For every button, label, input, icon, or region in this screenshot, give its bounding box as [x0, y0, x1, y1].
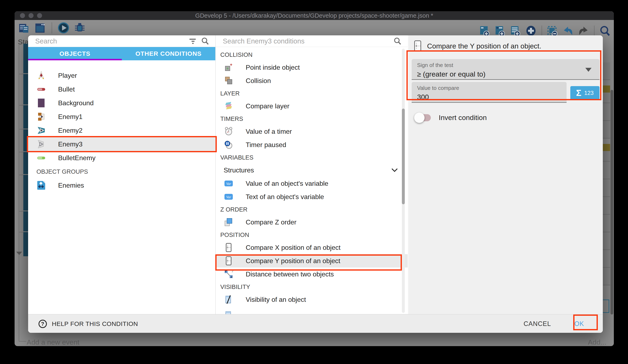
conditions-search-input[interactable]	[223, 37, 389, 45]
condition-compare-z-order[interactable]: Compare Z order	[216, 216, 408, 229]
object-label: Enemy3	[58, 140, 82, 148]
filter-icon[interactable]	[189, 37, 197, 45]
add-new-event-link[interactable]: Add a new event	[27, 338, 79, 346]
group-row-enemies[interactable]: Enemies	[28, 179, 215, 192]
value-to-compare-label: Value to compare	[417, 85, 561, 91]
cancel-button[interactable]: CANCEL	[524, 320, 551, 328]
condition-label: Visibility of an object	[246, 296, 306, 303]
titlebar: GDevelop 5 - /Users/dkarakay/Documents/G…	[14, 11, 614, 20]
condition-label: Compare X position of an object	[246, 244, 340, 251]
condition-point-inside-object[interactable]: Point inside object	[216, 61, 408, 74]
object-label: Enemy1	[58, 113, 82, 121]
expression-editor-button[interactable]: Σ 123	[570, 86, 600, 100]
tab-objects[interactable]: OBJECTS	[28, 47, 122, 60]
events-tree-tick	[19, 232, 23, 232]
condition-value-of-object-variable[interactable]: Var Value of an object's variable	[216, 177, 408, 190]
svg-text:Var: Var	[226, 182, 231, 186]
condition-compare-layer[interactable]: Compare layer	[216, 99, 408, 113]
player-ship-icon	[36, 71, 46, 80]
category-z-order: Z ORDER	[216, 203, 408, 216]
group-label: Enemies	[58, 182, 84, 189]
category-visibility: VISIBILITY	[216, 281, 408, 293]
minimize-window-button[interactable]	[28, 13, 34, 18]
category-variables: VARIABLES	[216, 151, 408, 164]
objects-search-row	[28, 35, 215, 47]
object-label: Enemy2	[58, 127, 82, 134]
condition-distance-between-objects[interactable]: ? Distance between two objects	[216, 267, 408, 281]
toggle-knob	[414, 113, 425, 123]
chevron-down-icon	[391, 168, 398, 173]
condition-detail-panel: Compare the Y position of an object. Sig…	[408, 35, 603, 314]
category-layer: LAYER	[216, 87, 408, 99]
condition-timer-paused[interactable]: Timer paused	[216, 138, 408, 151]
numbers-icon: 123	[584, 90, 594, 96]
condition-label: Point inside object	[246, 64, 300, 71]
invert-condition-label: Invert condition	[439, 114, 487, 122]
z-order-icon	[224, 218, 233, 227]
help-for-condition-button[interactable]: ? HELP FOR THIS CONDITION	[39, 314, 138, 333]
category-collision: COLLISION	[216, 49, 408, 61]
object-row-enemy1[interactable]: Enemy1	[28, 110, 215, 123]
object-row-enemy2[interactable]: Enemy2	[28, 123, 215, 137]
structures-accordion[interactable]: Structures	[216, 164, 408, 177]
events-tree-tick	[19, 129, 23, 129]
position-grid-icon	[224, 243, 233, 252]
events-tree-corner	[19, 341, 26, 342]
bullet-enemy-icon	[36, 153, 46, 163]
condition-row-clipped[interactable]	[216, 306, 408, 314]
dialog-panels: OBJECTS OTHER CONDITIONS Player	[28, 35, 603, 314]
events-scrollbar[interactable]	[611, 90, 613, 314]
value-to-compare-input[interactable]: Value to compare 300	[412, 82, 567, 103]
scene-editor-icon[interactable]	[34, 22, 46, 34]
object-row-bullet[interactable]: Bullet	[28, 82, 215, 96]
add-action-link[interactable]: Add...	[588, 338, 606, 346]
search-icon	[393, 37, 401, 45]
objects-search-input[interactable]	[35, 37, 184, 45]
object-label: Background	[58, 99, 94, 107]
sign-of-test-value: ≥ (greater or equal to)	[417, 70, 594, 78]
enemy3-ship-icon	[36, 139, 46, 149]
sign-of-test-select[interactable]: Sign of the test ≥ (greater or equal to)	[412, 59, 600, 80]
detail-fields: Sign of the test ≥ (greater or equal to)…	[412, 59, 600, 122]
timer-paused-icon	[224, 140, 233, 149]
maximize-window-button[interactable]	[37, 13, 42, 18]
svg-text:Var: Var	[226, 195, 231, 199]
object-label: BulletEnemy	[58, 154, 96, 162]
condition-compare-x-position[interactable]: Compare X position of an object	[216, 241, 408, 254]
object-row-bulletenemy[interactable]: BulletEnemy	[28, 151, 215, 165]
conditions-list: COLLISION Point inside object Collision	[216, 47, 408, 314]
tab-other-conditions[interactable]: OTHER CONDITIONS	[122, 47, 216, 60]
conditions-scrollbar-track[interactable]	[402, 49, 405, 313]
condition-visibility-of-object[interactable]: Visibility of an object	[216, 293, 408, 306]
condition-label: Collision	[246, 77, 271, 85]
accordion-label: Structures	[224, 166, 254, 174]
object-row-player[interactable]: Player	[28, 69, 215, 82]
close-window-button[interactable]	[20, 13, 25, 18]
invert-condition-toggle[interactable]	[416, 114, 431, 121]
play-preview-icon[interactable]	[58, 22, 70, 34]
value-to-compare-row: Value to compare 300 Σ 123	[412, 82, 600, 103]
condition-value-of-timer[interactable]: Value of a timer	[216, 125, 408, 138]
object-row-background[interactable]: Background	[28, 96, 215, 110]
debug-icon[interactable]	[74, 22, 86, 34]
visibility-icon	[224, 295, 233, 304]
condition-compare-y-position[interactable]: Compare Y position of an object	[216, 254, 408, 267]
condition-text-of-object-variable[interactable]: Var Text of an object's variable	[216, 190, 408, 203]
question-mark-icon: ?	[39, 320, 47, 328]
bullet-icon	[36, 84, 46, 94]
footer-actions: CANCEL OK	[524, 314, 591, 333]
conditions-scrollbar-thumb[interactable]	[402, 109, 405, 204]
object-row-enemy3[interactable]: Enemy3	[28, 137, 215, 151]
position-grid-icon	[414, 40, 422, 52]
project-manager-icon[interactable]	[18, 22, 30, 34]
conditions-search-row	[216, 35, 408, 47]
object-label: Bullet	[58, 85, 75, 93]
events-tree-tick	[19, 152, 23, 152]
detail-header: Compare the Y position of an object.	[408, 35, 603, 54]
condition-label: Compare Z order	[246, 218, 297, 226]
events-tree-tick	[19, 175, 23, 175]
svg-text:?: ?	[231, 270, 233, 273]
conditions-panel: COLLISION Point inside object Collision	[215, 35, 408, 314]
ok-button[interactable]: OK	[567, 317, 591, 331]
condition-collision[interactable]: Collision	[216, 74, 408, 87]
